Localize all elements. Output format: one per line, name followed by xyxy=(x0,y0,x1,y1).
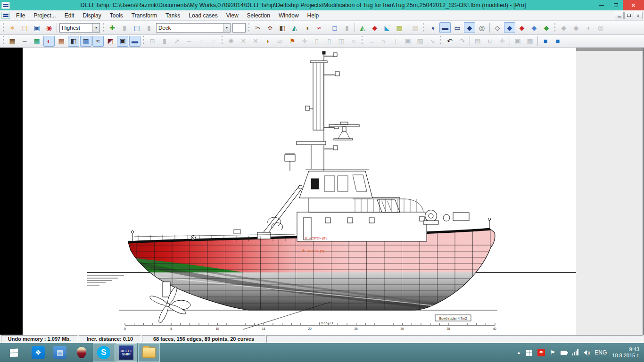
taskbar-file-explorer[interactable] xyxy=(138,343,160,362)
shaded-mode-button[interactable]: ◆ xyxy=(504,22,515,33)
restore-button[interactable] xyxy=(609,0,623,10)
precision-select-dropdown-arrow[interactable]: ▾ xyxy=(92,24,99,32)
network-signal-icon[interactable] xyxy=(572,350,578,355)
intersections-button[interactable]: ✂ xyxy=(252,22,264,33)
buttocks-button[interactable]: ▥ xyxy=(80,36,91,47)
save-file-button[interactable]: ▣ xyxy=(31,22,42,33)
taskbar-clock[interactable]: 9:43 18.8.2015 г. xyxy=(612,346,639,359)
select-box-button[interactable]: ◻ xyxy=(329,22,340,33)
keel-dimension-note: 1.50 0.5x1 I.E. xyxy=(319,322,334,325)
plate-grid-button[interactable]: ▦ xyxy=(394,22,405,33)
clock-time: 9:43 xyxy=(612,346,639,353)
exit-button[interactable]: ◉ xyxy=(43,22,55,33)
menu-tanks[interactable]: Tanks xyxy=(161,11,184,20)
mdi-close-button[interactable]: x xyxy=(634,12,643,19)
active-layer-select-dropdown-arrow[interactable]: ▾ xyxy=(223,24,230,32)
undo-button[interactable]: ↶ xyxy=(444,36,455,47)
profile-view-button[interactable]: ▬ xyxy=(439,22,451,33)
ship-profile-drawing[interactable]: 0 5 10 15 20 25 30 35 40 1.50 0.5x1 I.E. xyxy=(23,48,576,335)
open-file-button[interactable]: ▤ xyxy=(19,22,30,33)
taskbar-hull-tool[interactable] xyxy=(71,343,92,362)
menu-transform[interactable]: Transform xyxy=(127,11,161,20)
action-center-flag-icon[interactable]: ⚑ xyxy=(550,349,555,356)
close-button[interactable]: ✕ xyxy=(623,0,644,10)
sweep-curve-button: ↘ xyxy=(427,36,438,47)
diagonals-button[interactable]: ◩ xyxy=(105,36,116,47)
perspective-view-button[interactable]: ◆ xyxy=(464,22,475,33)
hydrostatics-button[interactable]: ≎ xyxy=(264,22,276,33)
grid-button[interactable]: ▦ xyxy=(31,36,42,47)
new-face-button[interactable]: ◗ xyxy=(262,36,273,47)
control-curves-button[interactable]: ▦ xyxy=(56,36,67,47)
scale-label: 15 xyxy=(262,327,265,330)
scale-label: 40 xyxy=(493,327,496,330)
stations-button[interactable]: ◧ xyxy=(68,36,79,47)
comb-disabled-button: ∽ xyxy=(183,36,195,47)
redo-button: ↷ xyxy=(456,36,468,47)
menu-tools[interactable]: Tools xyxy=(106,11,127,20)
volume-icon[interactable]: )) xyxy=(584,350,590,355)
extrude-button: ➚ xyxy=(171,36,182,47)
menu-window[interactable]: Window xyxy=(274,11,303,20)
markers-button[interactable]: ▬ xyxy=(129,36,140,47)
start-button[interactable] xyxy=(0,343,27,362)
toolbar-sep xyxy=(510,36,510,46)
curvature-comb-button[interactable]: ∽ xyxy=(19,36,30,47)
zoom-extents-button[interactable]: ◎ xyxy=(476,22,487,33)
cross-curves-button[interactable]: ◑ xyxy=(301,22,313,33)
menu-project[interactable]: Project... xyxy=(29,11,60,20)
wireframe-mode-button[interactable]: ◇ xyxy=(492,22,503,33)
solid-view-button[interactable]: ■ xyxy=(540,36,551,47)
menu-bar: FileProject...EditDisplayToolsTransformT… xyxy=(0,10,644,21)
active-layer-select[interactable]: Deck▾ xyxy=(156,23,231,33)
render-option-disabled-2: ◆ xyxy=(570,22,582,33)
taskbar-skype[interactable]: S xyxy=(93,343,115,362)
avira-tray-icon[interactable]: ☂ xyxy=(537,349,545,356)
tray-windows-icon[interactable] xyxy=(526,350,532,356)
menu-display[interactable]: Display xyxy=(78,11,105,20)
language-indicator[interactable]: ENG xyxy=(594,349,607,356)
minimize-button[interactable] xyxy=(594,0,609,10)
mdi-restore-button[interactable] xyxy=(624,12,633,19)
drawing-viewport[interactable]: 0 5 10 15 20 25 30 35 40 1.50 0.5x1 I.E. xyxy=(0,48,644,335)
hydrostatic-curves-button[interactable]: ≈ xyxy=(314,22,325,33)
waterlines-button[interactable]: ≈ xyxy=(92,36,104,47)
menu-edit[interactable]: Edit xyxy=(60,11,79,20)
calculations-button[interactable]: ▣ xyxy=(117,36,128,47)
design-hydrostatics-button[interactable]: ◧ xyxy=(277,22,288,33)
render-option-disabled-3: ◗ xyxy=(583,22,594,33)
mdi-child-icon xyxy=(1,12,10,19)
shade-zebra-button[interactable]: ◆ xyxy=(528,22,540,33)
layer-info-box[interactable] xyxy=(232,23,246,33)
menu-help[interactable]: Help xyxy=(303,11,323,20)
toolbar-grip xyxy=(2,23,5,33)
taskbar-dropbox[interactable]: ❖ xyxy=(27,343,49,362)
add-layer-button[interactable]: ✚ xyxy=(107,22,118,33)
show-hidden-icons-button[interactable]: ▲ xyxy=(517,350,521,355)
ship-check-button[interactable]: ◆ xyxy=(369,22,380,33)
plate-developments-button[interactable]: ◣ xyxy=(381,22,393,33)
resistance-calc-button[interactable]: ◭ xyxy=(289,22,300,33)
new-file-button[interactable]: ✶ xyxy=(7,22,18,33)
menu-selection[interactable]: Selection xyxy=(243,11,274,20)
mdi-minimize-button[interactable] xyxy=(615,12,624,19)
solid-volume-button[interactable]: ■ xyxy=(552,36,563,47)
interior-edges-button[interactable]: ◐ xyxy=(43,36,55,47)
shade-gauss-button[interactable]: ◆ xyxy=(541,22,552,33)
dropbox-icon: ❖ xyxy=(32,346,45,359)
bodyplan-view-button[interactable]: ◖ xyxy=(427,22,438,33)
menu-view[interactable]: View xyxy=(222,11,243,20)
precision-select[interactable]: Highest▾ xyxy=(59,23,100,33)
layer-properties-button[interactable]: ▤ xyxy=(131,22,142,33)
menu-loadcases[interactable]: Load cases xyxy=(184,11,222,20)
menu-file[interactable]: File xyxy=(12,11,29,20)
anchor-point-button: ○ xyxy=(348,36,359,47)
wave-analysis-button[interactable]: ◭ xyxy=(357,22,368,33)
taskbar-delftship[interactable]: DELFT SHIP xyxy=(116,343,137,362)
battery-icon[interactable] xyxy=(561,351,567,355)
control-net-button[interactable]: ▦ xyxy=(7,36,18,47)
shade-developability-button[interactable]: ◆ xyxy=(516,22,528,33)
mirror-button[interactable]: ⚑ xyxy=(287,36,298,47)
taskbar-control-panel[interactable]: ▤ xyxy=(49,343,71,362)
plan-view-button[interactable]: ▭ xyxy=(452,22,463,33)
